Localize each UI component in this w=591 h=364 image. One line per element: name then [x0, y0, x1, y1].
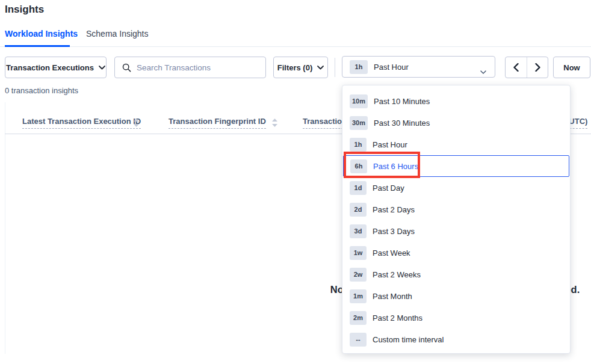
tabs-divider — [0, 46, 591, 47]
insights-count: 0 transaction insights — [5, 86, 78, 95]
now-button[interactable]: Now — [553, 57, 590, 78]
search-icon — [122, 63, 131, 72]
chevron-left-icon — [513, 63, 519, 72]
transaction-type-label: Transaction Executions — [6, 63, 94, 72]
time-option-label: Past 2 Months — [373, 313, 422, 322]
time-option-past-10-minutes[interactable]: 10m Past 10 Minutes — [342, 90, 570, 112]
page-title: Insights — [5, 4, 44, 16]
time-option-label: Past 2 Weeks — [373, 270, 421, 279]
toolbar-divider — [335, 58, 335, 77]
time-badge: 30m — [350, 116, 368, 130]
transaction-type-select[interactable]: Transaction Executions — [5, 57, 107, 78]
time-option-past-6-hours[interactable]: 6h Past 6 Hours — [343, 155, 569, 177]
chevron-right-icon — [535, 63, 540, 72]
time-option-past-3-days[interactable]: 3d Past 3 Days — [342, 220, 570, 242]
next-time-range-button[interactable] — [527, 57, 548, 78]
time-interval-label: Past Hour — [374, 63, 409, 72]
time-badge: 1h — [350, 138, 367, 152]
tab-schema-insights[interactable]: Schema Insights — [86, 29, 149, 39]
time-option-past-day[interactable]: 1d Past Day — [342, 177, 570, 199]
sort-icon[interactable] — [272, 119, 277, 127]
chevron-down-icon — [99, 66, 105, 70]
time-option-past-30-minutes[interactable]: 30m Past 30 Minutes — [342, 112, 570, 134]
time-option-label: Past 6 Hours — [373, 162, 418, 171]
time-option-past-hour[interactable]: 1h Past Hour — [342, 134, 570, 155]
time-option-label: Past 3 Days — [373, 227, 415, 236]
time-option-past-2-months[interactable]: 2m Past 2 Months — [342, 307, 570, 329]
time-interval-badge: 1h — [350, 60, 368, 74]
chevron-down-icon — [480, 66, 486, 76]
search-box[interactable] — [114, 57, 266, 78]
time-badge: 3d — [350, 224, 367, 238]
time-option-past-2-weeks[interactable]: 2w Past 2 Weeks — [342, 264, 570, 285]
time-badge: 2m — [350, 311, 367, 325]
time-badge: 6h — [350, 159, 367, 173]
chevron-down-icon — [317, 66, 324, 70]
time-interval-dropdown: 10m Past 10 Minutes 30m Past 30 Minutes … — [342, 85, 571, 354]
time-badge: -- — [350, 333, 367, 347]
time-option-label: Past Month — [373, 292, 412, 301]
time-badge: 10m — [350, 94, 368, 108]
now-button-label: Now — [563, 63, 580, 72]
filters-button[interactable]: Filters (0) — [273, 57, 328, 78]
time-option-label: Past Day — [373, 184, 404, 193]
column-header-latest-transaction-execution-id[interactable]: Latest Transaction Execution ID — [22, 117, 141, 129]
time-option-label: Past 30 Minutes — [374, 119, 430, 128]
sort-icon[interactable] — [134, 119, 139, 127]
active-tab-underline — [5, 45, 70, 47]
time-option-custom-time-interval[interactable]: -- Custom time interval — [342, 329, 570, 350]
insights-page: Insights Workload Insights Schema Insigh… — [0, 0, 591, 364]
time-badge: 2d — [350, 203, 367, 217]
previous-time-range-button[interactable] — [506, 57, 527, 78]
time-interval-select[interactable]: 1h Past Hour — [342, 56, 495, 78]
time-badge: 1d — [350, 181, 367, 195]
time-option-label: Custom time interval — [373, 335, 444, 344]
filters-label: Filters (0) — [277, 63, 313, 72]
column-header-transaction-fingerprint-id[interactable]: Transaction Fingerprint ID — [169, 117, 266, 129]
tab-workload-insights[interactable]: Workload Insights — [5, 29, 78, 39]
time-option-past-week[interactable]: 1w Past Week — [342, 242, 570, 264]
time-badge: 1m — [350, 289, 367, 303]
time-option-label: Past 2 Days — [373, 205, 415, 214]
time-option-label: Past Hour — [373, 140, 407, 149]
search-input[interactable] — [137, 63, 265, 72]
time-option-past-2-days[interactable]: 2d Past 2 Days — [342, 199, 570, 220]
time-option-label: Past 10 Minutes — [374, 97, 430, 106]
time-badge: 2w — [350, 268, 367, 282]
time-option-label: Past Week — [373, 248, 410, 258]
table-left-border — [5, 102, 5, 354]
time-option-past-month[interactable]: 1m Past Month — [342, 285, 570, 307]
time-range-arrows — [505, 57, 548, 78]
time-badge: 1w — [350, 246, 367, 260]
